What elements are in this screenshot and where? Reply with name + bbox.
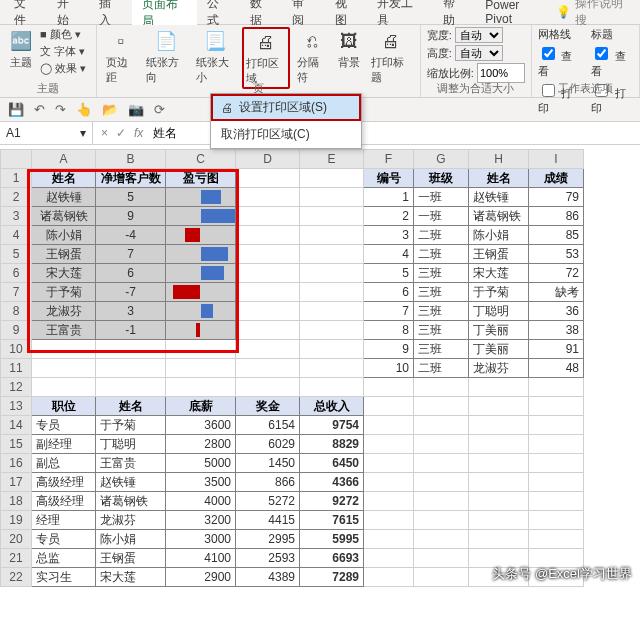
cell[interactable] (236, 169, 300, 188)
cell[interactable] (300, 359, 364, 378)
cell[interactable] (300, 283, 364, 302)
cell[interactable]: 5272 (236, 492, 300, 511)
cell[interactable]: 8829 (300, 435, 364, 454)
cell[interactable]: 79 (529, 188, 584, 207)
cell[interactable]: 3 (96, 302, 166, 321)
col-header[interactable]: H (469, 150, 529, 169)
name-box[interactable]: A1▾ (0, 122, 93, 144)
cell[interactable]: 于予菊 (32, 283, 96, 302)
cell[interactable]: 2900 (166, 568, 236, 587)
cell[interactable]: 6029 (236, 435, 300, 454)
cell[interactable] (236, 302, 300, 321)
cell[interactable] (414, 530, 469, 549)
cell[interactable]: 陈小娟 (32, 226, 96, 245)
cell[interactable] (414, 492, 469, 511)
cell[interactable]: 4000 (166, 492, 236, 511)
save-icon[interactable]: 💾 (8, 102, 24, 117)
cell[interactable]: 二班 (414, 226, 469, 245)
cell[interactable] (364, 473, 414, 492)
row-header[interactable]: 4 (1, 226, 32, 245)
cell[interactable] (529, 416, 584, 435)
row-header[interactable]: 8 (1, 302, 32, 321)
row-header[interactable]: 13 (1, 397, 32, 416)
cell[interactable] (236, 245, 300, 264)
cell[interactable]: 诸葛钢铁 (469, 207, 529, 226)
cell[interactable] (529, 530, 584, 549)
cell[interactable] (414, 568, 469, 587)
cell[interactable]: 于予菊 (96, 416, 166, 435)
cell[interactable] (529, 378, 584, 397)
cell[interactable] (300, 245, 364, 264)
cell[interactable]: 高级经理 (32, 473, 96, 492)
cell[interactable]: 三班 (414, 264, 469, 283)
cell[interactable] (236, 321, 300, 340)
orientation-button[interactable]: 📄 纸张方向 (143, 27, 189, 87)
cell[interactable]: 2 (364, 207, 414, 226)
cell[interactable] (364, 492, 414, 511)
cell[interactable] (414, 473, 469, 492)
cell[interactable] (166, 226, 236, 245)
cell[interactable] (166, 340, 236, 359)
cell[interactable]: 丁聪明 (469, 302, 529, 321)
row-header[interactable]: 11 (1, 359, 32, 378)
size-button[interactable]: 📃 纸张大小 (193, 27, 239, 87)
cell[interactable] (469, 416, 529, 435)
cell[interactable]: 赵铁锤 (96, 473, 166, 492)
row-header[interactable]: 14 (1, 416, 32, 435)
cell[interactable]: 盈亏图 (166, 169, 236, 188)
cell[interactable] (529, 397, 584, 416)
cell[interactable]: 86 (529, 207, 584, 226)
cell[interactable]: 编号 (364, 169, 414, 188)
cell[interactable] (166, 207, 236, 226)
col-header[interactable]: D (236, 150, 300, 169)
select-all-corner[interactable] (1, 150, 32, 169)
cell[interactable]: 王富贵 (96, 454, 166, 473)
cell[interactable]: 高级经理 (32, 492, 96, 511)
cell[interactable] (364, 397, 414, 416)
open-icon[interactable]: 📂 (102, 102, 118, 117)
cell[interactable]: 专员 (32, 416, 96, 435)
cell[interactable]: 诸葛钢铁 (96, 492, 166, 511)
cell[interactable] (529, 435, 584, 454)
cell[interactable]: 总收入 (300, 397, 364, 416)
cell[interactable]: 姓名 (469, 169, 529, 188)
cell[interactable]: 丁美丽 (469, 340, 529, 359)
cell[interactable]: 7289 (300, 568, 364, 587)
cell[interactable]: 职位 (32, 397, 96, 416)
row-header[interactable]: 22 (1, 568, 32, 587)
cell[interactable]: 4 (364, 245, 414, 264)
fx-icon[interactable]: fx (134, 126, 143, 140)
cell[interactable] (236, 359, 300, 378)
cell[interactable]: 2800 (166, 435, 236, 454)
cell[interactable] (529, 492, 584, 511)
cell[interactable]: 姓名 (32, 169, 96, 188)
cell[interactable]: 2593 (236, 549, 300, 568)
clear-print-area-item[interactable]: 取消打印区域(C) (211, 121, 361, 148)
cell[interactable]: 4366 (300, 473, 364, 492)
row-header[interactable]: 2 (1, 188, 32, 207)
cell[interactable] (300, 169, 364, 188)
cell[interactable] (529, 454, 584, 473)
cell[interactable]: 866 (236, 473, 300, 492)
cell[interactable] (300, 264, 364, 283)
column-headers[interactable]: A B C D E F G H I (1, 150, 584, 169)
cell[interactable] (236, 283, 300, 302)
row-header[interactable]: 20 (1, 530, 32, 549)
cell[interactable]: 王钢蛋 (469, 245, 529, 264)
cell[interactable] (469, 454, 529, 473)
cell[interactable] (32, 378, 96, 397)
cell[interactable]: 3 (364, 226, 414, 245)
row-header[interactable]: 7 (1, 283, 32, 302)
cell[interactable] (300, 302, 364, 321)
cell[interactable] (364, 416, 414, 435)
cell[interactable]: 3200 (166, 511, 236, 530)
col-header[interactable]: E (300, 150, 364, 169)
cancel-icon[interactable]: × (101, 126, 108, 140)
cell[interactable]: -4 (96, 226, 166, 245)
cell[interactable] (236, 264, 300, 283)
cell[interactable]: 2995 (236, 530, 300, 549)
row-header[interactable]: 3 (1, 207, 32, 226)
cell[interactable] (529, 511, 584, 530)
cell[interactable]: 3600 (166, 416, 236, 435)
cell[interactable]: 72 (529, 264, 584, 283)
